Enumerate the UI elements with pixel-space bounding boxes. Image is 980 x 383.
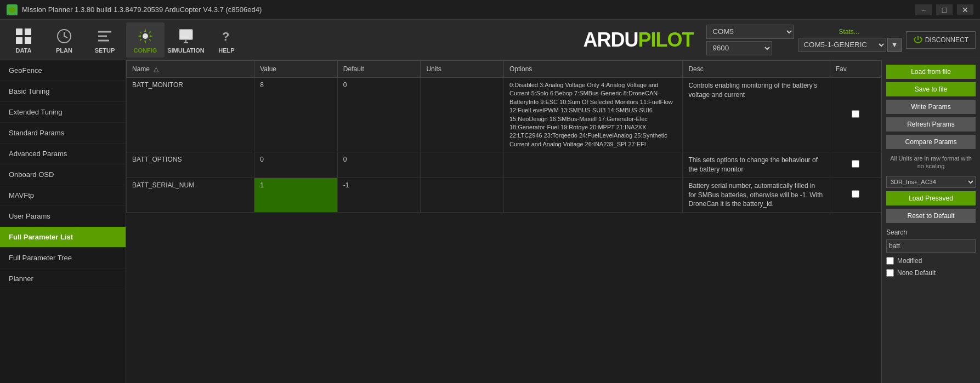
param-content: Name △ Value Default Units [126, 60, 881, 383]
profile-select[interactable]: COM5-1-GENERIC [798, 38, 886, 52]
load-from-file-button[interactable]: Load from file [886, 65, 976, 79]
ardupilot-logo: ARDUPILOT [583, 28, 693, 52]
minimize-button[interactable]: − [915, 4, 932, 15]
logo-ardu: ARDU [583, 28, 638, 51]
data-icon [14, 26, 33, 46]
main-layout: GeoFence Basic Tuning Extended Tuning St… [0, 60, 980, 383]
param-fav-batt-monitor [830, 78, 881, 152]
svg-rect-1 [16, 28, 22, 35]
sidebar-item-basic-tuning[interactable]: Basic Tuning [0, 81, 126, 102]
simulation-label: SIMULATION [167, 47, 205, 54]
write-params-button[interactable]: Write Params [886, 100, 976, 114]
col-header-value[interactable]: Value [254, 61, 338, 78]
reset-to-default-button[interactable]: Reset to Default [886, 209, 976, 223]
disconnect-button[interactable]: DISCONNECT [906, 31, 976, 49]
sidebar-item-standard-params[interactable]: Standard Params [0, 123, 126, 144]
close-button[interactable]: ✕ [957, 4, 973, 15]
param-name-batt-serial-num: BATT_SERIAL_NUM [127, 178, 254, 212]
sidebar-item-advanced-params[interactable]: Advanced Params [0, 144, 126, 164]
param-desc-batt-serial-num: Battery serial number, automatically fil… [683, 178, 830, 212]
profile-dropdown-btn[interactable]: ▼ [887, 38, 901, 52]
param-options-batt-monitor: 0:Disabled 3:Analog Voltage Only 4:Analo… [503, 78, 683, 152]
col-header-default[interactable]: Default [337, 61, 421, 78]
stats-area: Stats... COM5-1-GENERIC ▼ [798, 28, 901, 52]
fav-checkbox-batt-serial-num[interactable] [852, 190, 859, 198]
param-name-batt-options: BATT_OPTIONS [127, 152, 254, 178]
main-toolbar: DATA PLAN SETUP CONFIG SIMULATION ? [0, 20, 980, 60]
col-header-units[interactable]: Units [421, 61, 504, 78]
param-default-batt-serial-num: -1 [337, 178, 421, 212]
toolbar-config[interactable]: CONFIG [126, 22, 165, 58]
sidebar-item-planner[interactable]: Planner [0, 268, 126, 289]
param-fav-batt-serial-num [830, 178, 881, 212]
none-default-label: None Default [897, 269, 936, 277]
toolbar-setup[interactable]: SETUP [86, 22, 124, 58]
search-input[interactable] [886, 239, 976, 253]
load-presaved-button[interactable]: Load Presaved [886, 191, 976, 205]
help-label: HELP [218, 47, 234, 54]
data-label: DATA [16, 47, 32, 54]
param-default-batt-options: 0 [337, 152, 421, 178]
svg-rect-2 [25, 28, 31, 35]
refresh-params-button[interactable]: Refresh Params [886, 117, 976, 132]
config-label: CONFIG [134, 47, 157, 54]
title-bar: Mission Planner 1.3.80 build 1.3.8479.20… [0, 0, 980, 20]
sort-arrow-name: △ [154, 65, 158, 73]
sidebar-item-user-params[interactable]: User Params [0, 206, 126, 227]
col-header-options[interactable]: Options [503, 61, 683, 78]
com-port-container: COM5 9600 [706, 25, 794, 55]
compare-params-button[interactable]: Compare Params [886, 135, 976, 149]
simulation-icon [176, 26, 196, 46]
sidebar-item-mavftp[interactable]: MAVFtp [0, 185, 126, 206]
param-value-batt-monitor[interactable]: 8 [254, 78, 338, 152]
table-row: BATT_OPTIONS 0 0 This sets options to ch… [127, 152, 881, 178]
param-units-batt-serial-num [421, 178, 504, 212]
svg-rect-7 [179, 30, 192, 39]
svg-text:?: ? [222, 30, 229, 43]
none-default-checkbox[interactable] [886, 269, 894, 277]
toolbar-help[interactable]: ? HELP [207, 22, 246, 58]
sidebar-item-geofence[interactable]: GeoFence [0, 60, 126, 81]
window-controls: − □ ✕ [915, 4, 973, 15]
stats-link[interactable]: Stats... [839, 28, 859, 36]
col-header-desc[interactable]: Desc [683, 61, 830, 78]
toolbar-plan[interactable]: PLAN [45, 22, 83, 58]
sidebar-item-full-parameter-list[interactable]: Full Parameter List [0, 227, 126, 248]
setup-icon [95, 26, 115, 46]
toolbar-simulation[interactable]: SIMULATION [167, 22, 205, 58]
param-options-batt-serial-num [503, 178, 683, 212]
baud-rate-select[interactable]: 9600 [706, 41, 772, 55]
fav-checkbox-batt-options[interactable] [852, 160, 859, 168]
toolbar-data[interactable]: DATA [4, 22, 43, 58]
config-icon [135, 26, 155, 46]
preset-select[interactable]: 3DR_Iris+_AC34 [886, 176, 976, 188]
save-to-file-button[interactable]: Save to file [886, 82, 976, 96]
param-value-batt-serial-num[interactable]: 1 [254, 178, 338, 212]
plan-icon [54, 26, 74, 46]
right-panel: Load from file Save to file Write Params… [881, 60, 980, 383]
svg-marker-0 [9, 7, 15, 13]
sidebar-item-extended-tuning[interactable]: Extended Tuning [0, 102, 126, 123]
param-default-batt-monitor: 0 [337, 78, 421, 152]
table-row: BATT_SERIAL_NUM 1 -1 Battery serial numb… [127, 178, 881, 212]
param-desc-batt-monitor: Controls enabling monitoring of the batt… [683, 78, 830, 152]
param-table: Name △ Value Default Units [126, 60, 881, 213]
none-default-row: None Default [886, 269, 976, 277]
modified-checkbox[interactable] [886, 257, 894, 265]
col-header-fav: Fav [830, 61, 881, 78]
help-icon: ? [217, 26, 236, 46]
param-value-batt-options[interactable]: 0 [254, 152, 338, 178]
window-title: Mission Planner 1.3.80 build 1.3.8479.20… [22, 5, 915, 14]
com-port-select[interactable]: COM5 [706, 25, 794, 39]
maximize-button[interactable]: □ [936, 4, 953, 15]
svg-rect-3 [16, 37, 22, 44]
modified-row: Modified [886, 257, 976, 265]
col-header-name[interactable]: Name △ [127, 61, 254, 78]
sidebar-item-full-parameter-tree[interactable]: Full Parameter Tree [0, 248, 126, 268]
header-right: ARDUPILOT COM5 9600 Stats... COM5-1-GENE… [583, 25, 976, 55]
fav-checkbox-batt-monitor[interactable] [852, 110, 859, 118]
svg-rect-4 [25, 37, 31, 44]
sidebar-item-onboard-osd[interactable]: Onboard OSD [0, 164, 126, 185]
modified-label: Modified [897, 257, 922, 265]
param-units-batt-monitor [421, 78, 504, 152]
